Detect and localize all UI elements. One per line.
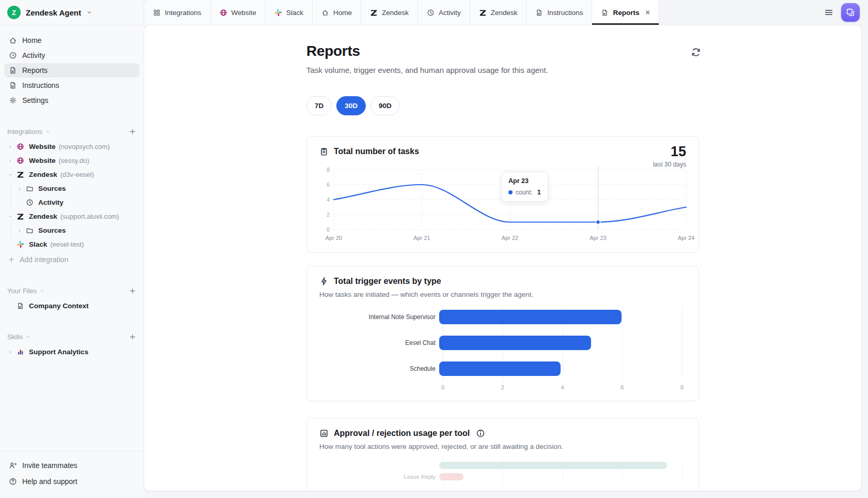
lightning-icon — [319, 277, 329, 286]
sidebar-nav: HomeActivityReportsInstructionsSettings — [4, 33, 140, 108]
sidebar-item-instructions[interactable]: Instructions — [4, 78, 140, 93]
bar[interactable] — [439, 462, 667, 469]
bar[interactable] — [439, 473, 463, 480]
approval-usage-bar-chart[interactable]: Leave Reply — [319, 462, 686, 480]
range-30d-button[interactable]: 30D — [336, 96, 366, 115]
sidebar-tree-item-company-context[interactable]: Company Context — [0, 299, 144, 313]
bar[interactable] — [439, 310, 622, 324]
globe-icon — [220, 9, 227, 17]
tab-website[interactable]: Website — [211, 0, 266, 25]
tab-home[interactable]: Home — [313, 0, 361, 25]
approval-chart-icon — [319, 429, 329, 438]
skills-section-title: Skills — [7, 333, 23, 341]
bar-row-internal-note-supervisor: Internal Note Supervisor — [319, 310, 686, 324]
sidebar-footer-help-and-support[interactable]: Help and support — [4, 474, 140, 489]
sidebar-footer-invite-teammates[interactable]: Invite teammates — [4, 458, 140, 473]
tab-label: Instructions — [547, 9, 583, 17]
chat-assistant-button[interactable] — [841, 3, 860, 22]
tasks-icon — [319, 147, 329, 156]
folder-icon — [26, 227, 34, 234]
svg-text:0: 0 — [327, 227, 330, 233]
trigger-events-bar-chart[interactable]: Internal Note SupervisorEesel ChatSchedu… — [319, 310, 686, 391]
chat-icon — [846, 8, 855, 17]
svg-text:2: 2 — [327, 212, 330, 218]
tree-item-detail: (d3v-eesel) — [60, 171, 94, 178]
clock-icon — [26, 199, 34, 206]
tree-item-label: Sources — [38, 185, 66, 192]
grid-icon — [153, 9, 161, 17]
bar-row-leave-reply: Leave Reply — [319, 473, 686, 480]
add-file-plus-icon[interactable] — [129, 287, 136, 295]
chevron-right-icon[interactable] — [8, 158, 13, 163]
sidebar-tree-item-zendesk[interactable]: Zendesk(d3v-eesel) — [0, 168, 144, 182]
sidebar-item-label: Home — [22, 36, 41, 44]
card-trigger-events-title: Total trigger events by type — [334, 277, 441, 286]
sidebar-item-reports[interactable]: Reports — [4, 63, 140, 78]
tree-item-detail: (eesel-test) — [50, 240, 84, 248]
info-icon[interactable] — [476, 429, 485, 438]
chevron-right-icon[interactable] — [8, 144, 13, 149]
chevron-down-icon[interactable] — [39, 288, 45, 294]
home-icon — [321, 9, 329, 17]
sidebar-item-home[interactable]: Home — [4, 33, 140, 48]
sidebar-tree-item-website[interactable]: Website(sessy.do) — [0, 154, 144, 168]
sidebar-tree-item-sources[interactable]: Sources — [17, 182, 144, 195]
footer-item-label: Invite teammates — [22, 461, 78, 470]
tree-item-label: Website — [29, 157, 56, 164]
sidebar-tree-item-zendesk[interactable]: Zendesk(support.aluvii.com) — [0, 209, 144, 223]
axis-tick-label: 4 — [561, 384, 564, 390]
file-icon — [535, 9, 543, 17]
tab-reports-active[interactable]: Reports× — [592, 0, 659, 25]
sidebar-item-activity[interactable]: Activity — [4, 48, 140, 63]
folder-icon — [26, 185, 34, 192]
chevron-down-icon[interactable] — [25, 334, 31, 340]
chevron-down-icon[interactable] — [45, 129, 51, 134]
workspace-switcher[interactable]: Z Zendesk Agent — [0, 0, 144, 25]
refresh-icon[interactable] — [691, 47, 701, 57]
sidebar-tree-item-slack[interactable]: Slack(eesel-test) — [0, 237, 144, 251]
svg-text:Apr 23: Apr 23 — [590, 235, 606, 241]
zendesk-icon — [479, 9, 487, 17]
sidebar: Z Zendesk Agent HomeActivityReportsInstr… — [0, 0, 144, 498]
chevron-right-icon[interactable] — [17, 186, 22, 191]
bar-track — [439, 310, 682, 324]
tab-zendesk[interactable]: Zendesk — [361, 0, 418, 25]
tab-activity[interactable]: Activity — [418, 0, 470, 25]
add-integration-button[interactable]: Add integration — [0, 252, 144, 267]
tree-item-detail: (support.aluvii.com) — [60, 213, 119, 220]
chevron-down-icon[interactable] — [8, 214, 13, 219]
add-integration-plus-icon[interactable] — [129, 128, 136, 135]
zendesk-icon — [17, 213, 24, 220]
menu-icon[interactable] — [824, 7, 834, 18]
range-90d-button[interactable]: 90D — [370, 96, 400, 115]
sidebar-item-settings[interactable]: Settings — [4, 93, 140, 108]
close-icon[interactable]: × — [645, 9, 649, 16]
sidebar-tree-item-activity[interactable]: Activity — [17, 195, 144, 209]
chevron-down-icon[interactable] — [8, 172, 13, 177]
svg-text:Apr 20: Apr 20 — [326, 235, 342, 241]
tab-slack[interactable]: Slack — [266, 0, 313, 25]
range-7d-button[interactable]: 7D — [306, 96, 332, 115]
bar[interactable] — [439, 361, 561, 376]
chevron-right-icon[interactable] — [17, 228, 22, 233]
tab-zendesk[interactable]: Zendesk — [470, 0, 527, 25]
bar[interactable] — [439, 336, 591, 350]
tasks-line-chart[interactable]: 02468Apr 20Apr 21Apr 22Apr 23Apr 24 Apr … — [319, 164, 686, 243]
sidebar-tree-item-support-analytics[interactable]: Support Analytics — [0, 345, 144, 359]
tab-integrations[interactable]: Integrations — [144, 0, 211, 25]
tab-label: Zendesk — [382, 9, 409, 17]
tree-children: SourcesActivity — [11, 182, 144, 209]
bar-track — [439, 462, 682, 469]
chevron-down-icon — [86, 9, 92, 16]
plus-icon — [8, 256, 15, 263]
sidebar-item-label: Activity — [22, 51, 45, 59]
add-skill-plus-icon[interactable] — [129, 333, 136, 341]
file-icon — [601, 9, 609, 17]
chevron-right-icon[interactable] — [8, 350, 13, 355]
card-approval-usage-title: Approval / rejection usage per tool — [334, 429, 470, 438]
total-tasks-value: 15 — [653, 144, 686, 160]
tab-instructions[interactable]: Instructions — [526, 0, 592, 25]
sidebar-tree-item-sources[interactable]: Sources — [17, 223, 144, 237]
sidebar-tree-item-website[interactable]: Website(novopsych.com) — [0, 140, 144, 154]
chart-tooltip: Apr 23 count: 1 — [501, 172, 548, 202]
